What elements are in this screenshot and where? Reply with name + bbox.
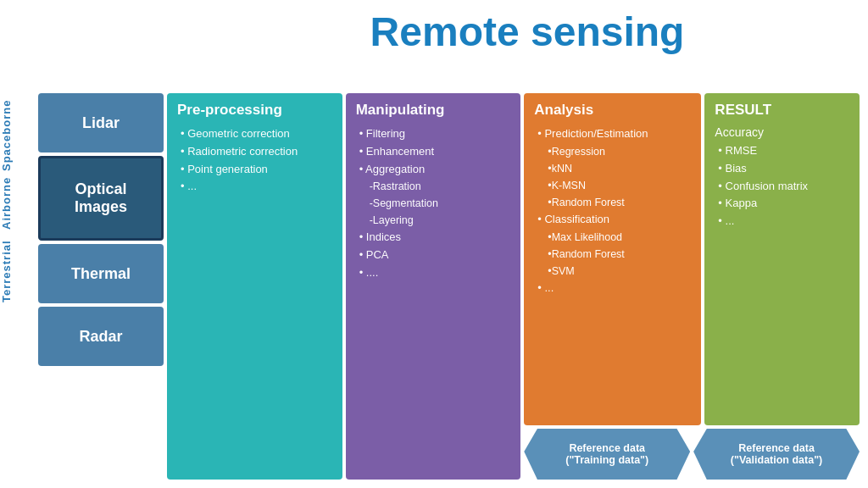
list-item: Prediction/Estimation [534, 125, 691, 143]
main-title: Remote sensing [370, 9, 685, 54]
panel-analysis: Analysis Prediction/Estimation •Regressi… [524, 93, 701, 425]
reference-data-row: Reference data ("Training data") Referen… [524, 429, 860, 480]
ref-training: Reference data ("Training data") [524, 429, 690, 480]
panel-result: RESULT Accuracy RMSE Bias Confusion matr… [704, 93, 860, 425]
list-item: •kNN [534, 160, 691, 177]
list-item: •K-MSN [534, 177, 691, 194]
sensor-lidar-label: Lidar [82, 114, 120, 132]
list-item: Indices [356, 229, 511, 247]
sensor-thermal: Thermal [38, 244, 164, 303]
analysis-result-wrapper: Analysis Prediction/Estimation •Regressi… [524, 93, 860, 480]
preprocessing-title: Pre-processing [177, 102, 332, 119]
ref-validation-line2: ("Validation data") [731, 454, 822, 466]
vertical-labels-container: Spaceborne Airborne Terrestrial [0, 0, 42, 488]
sensor-optical-label: Optical Images [75, 180, 127, 216]
list-item: Aggregation [356, 161, 511, 179]
preprocessing-list: Geometric correction Radiometric correct… [177, 125, 332, 196]
list-item: Kappa [715, 195, 849, 213]
ref-training-line2: ("Training data") [565, 454, 648, 466]
content-area: Lidar Optical Images Thermal Radar Pre-p… [38, 93, 860, 480]
ref-training-line1: Reference data [569, 442, 645, 454]
list-item: Radiometric correction [177, 143, 332, 161]
list-item: ... [534, 280, 691, 297]
list-item: ... [177, 178, 332, 196]
analysis-list: Prediction/Estimation •Regression •kNN •… [534, 125, 691, 297]
list-item: -Rastration [356, 178, 511, 195]
sensor-lidar: Lidar [38, 93, 164, 152]
list-item: RMSE [715, 142, 849, 160]
manipulating-title: Manipulating [356, 102, 511, 119]
ref-validation-line1: Reference data [738, 442, 815, 454]
sensor-radar-label: Radar [79, 328, 122, 346]
title-area: Remote sensing [186, 8, 868, 55]
list-item: Filtering [356, 125, 511, 143]
sensor-thermal-label: Thermal [71, 265, 131, 283]
list-item: Confusion matrix [715, 178, 849, 196]
list-item: Geometric correction [177, 125, 332, 143]
result-subtitle: Accuracy [715, 125, 849, 139]
list-item: .... [356, 264, 511, 282]
list-item: -Segmentation [356, 195, 511, 212]
list-item: •Max Likelihood [534, 229, 691, 246]
list-item: •Random Forest [534, 246, 691, 263]
list-item: Bias [715, 160, 849, 178]
result-title: RESULT [715, 102, 849, 119]
label-airborne: Airborne [0, 169, 13, 237]
list-item: •Random Forest [534, 194, 691, 211]
result-list: RMSE Bias Confusion matrix Kappa ... [715, 142, 849, 230]
label-terrestrial: Terrestrial [0, 237, 13, 305]
panel-preprocessing: Pre-processing Geometric correction Radi… [167, 93, 342, 480]
analysis-title: Analysis [534, 102, 691, 119]
list-item: •Regression [534, 143, 691, 160]
list-item: -Layering [356, 212, 511, 229]
list-item: ... [715, 213, 849, 230]
list-item: •SVM [534, 263, 691, 280]
list-item: Classification [534, 211, 691, 229]
sensor-radar: Radar [38, 307, 164, 366]
list-item: PCA [356, 247, 511, 264]
sensor-optical: Optical Images [38, 156, 164, 241]
list-item: Enhancement [356, 143, 511, 161]
list-item: Point generation [177, 161, 332, 179]
ref-validation: Reference data ("Validation data") [693, 429, 860, 480]
label-spaceborne: Spaceborne [0, 102, 13, 169]
manipulating-list: Filtering Enhancement Aggregation -Rastr… [356, 125, 511, 282]
panel-manipulating: Manipulating Filtering Enhancement Aggre… [346, 93, 521, 480]
sensor-column: Lidar Optical Images Thermal Radar [38, 93, 164, 480]
analysis-result-top: Analysis Prediction/Estimation •Regressi… [524, 93, 860, 425]
